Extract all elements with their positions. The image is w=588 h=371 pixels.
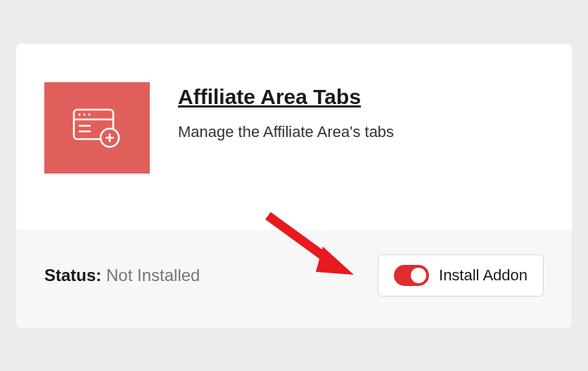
svg-point-3 xyxy=(83,113,85,115)
svg-marker-12 xyxy=(316,247,354,275)
status-value: Not Installed xyxy=(106,266,200,285)
addon-card: Affiliate Area Tabs Manage the Affiliate… xyxy=(16,44,572,328)
addon-title-link[interactable]: Affiliate Area Tabs xyxy=(178,85,544,109)
svg-point-2 xyxy=(78,113,80,115)
status-label: Status: xyxy=(44,266,106,285)
install-button-label: Install Addon xyxy=(439,266,528,285)
addon-icon xyxy=(44,82,150,174)
card-content: Affiliate Area Tabs Manage the Affiliate… xyxy=(178,82,544,143)
install-addon-button[interactable]: Install Addon xyxy=(378,254,544,297)
addon-description: Manage the Affiliate Area's tabs xyxy=(178,122,544,143)
browser-add-icon xyxy=(71,107,124,149)
toggle-knob xyxy=(411,268,426,283)
card-body: Affiliate Area Tabs Manage the Affiliate… xyxy=(16,44,572,230)
status-text: Status: Not Installed xyxy=(44,266,200,285)
svg-point-4 xyxy=(88,113,90,115)
toggle-icon xyxy=(394,265,429,286)
card-footer: Status: Not Installed Install Addon xyxy=(16,230,572,328)
